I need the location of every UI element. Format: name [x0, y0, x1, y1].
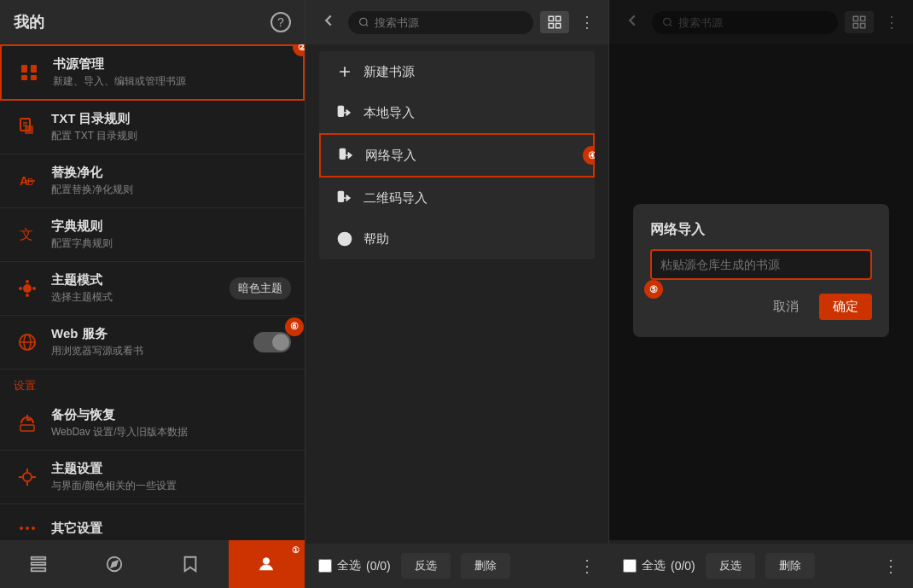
menu-item-web[interactable]: Web 服务 用浏览器写源或看书 [0, 316, 305, 370]
replace-main: 替换净化 [51, 165, 133, 181]
svg-text:B: B [27, 177, 33, 187]
middle-icon-group[interactable] [540, 11, 569, 33]
middle-back-btn[interactable] [316, 8, 341, 38]
nav-discover[interactable] [76, 540, 152, 588]
svg-point-14 [26, 294, 29, 297]
svg-rect-47 [339, 192, 344, 202]
dialog-actions: 取消 确定 ⑥ [650, 294, 872, 320]
dict-main: 字典规则 [51, 218, 113, 235]
new-source-item[interactable]: 新建书源 [319, 51, 595, 92]
middle-footer-more[interactable]: ⋮ [579, 556, 596, 576]
local-import-item[interactable]: 本地导入 [319, 92, 595, 133]
svg-text:?: ? [343, 234, 348, 244]
right-count: (0/0) [671, 559, 695, 573]
right-footer-more[interactable]: ⋮ [882, 556, 899, 576]
nav-badge-1: ① [288, 542, 303, 557]
dropdown-menu: 新建书源 本地导入 网络导入 ④ 二维码导入 ? 帮助 [319, 51, 595, 259]
theme-mode-sub: 选择主题模式 [51, 290, 113, 305]
theme-settings-sub: 与界面/颜色相关的一些设置 [51, 479, 177, 493]
right-select-all-checkbox[interactable] [623, 559, 637, 573]
txt-text: TXT 目录规则 配置 TXT 目录规则 [51, 111, 137, 143]
svg-rect-2 [21, 75, 27, 80]
middle-delete-btn[interactable]: 删除 [461, 553, 510, 579]
dict-text: 字典规则 配置字典规则 [51, 218, 113, 251]
svg-rect-39 [549, 24, 553, 28]
backup-icon [14, 410, 41, 437]
help-icon[interactable]: ? [270, 12, 291, 32]
menu-item-theme-mode[interactable]: 主题模式 选择主题模式 暗色主题 [0, 262, 305, 316]
svg-point-28 [32, 527, 35, 530]
book-source-icon [15, 59, 43, 86]
qr-import-label: 二维码导入 [363, 190, 427, 207]
backup-text: 备份与恢复 WebDav 设置/导入旧版本数据 [51, 407, 188, 440]
txt-icon [14, 114, 41, 141]
dict-sub: 配置字典规则 [51, 236, 113, 251]
middle-topbar: ⋮ [305, 0, 608, 44]
svg-point-26 [20, 527, 23, 530]
menu-item-theme-settings[interactable]: 主题设置 与界面/颜色相关的一些设置 [0, 451, 305, 504]
middle-search-bar[interactable] [348, 11, 533, 34]
menu-item-dict[interactable]: 文 字典规则 配置字典规则 [0, 208, 305, 262]
badge-2: ② [293, 44, 305, 56]
left-title: 我的 [14, 12, 44, 32]
svg-rect-43 [339, 107, 344, 117]
other-icon [14, 515, 41, 542]
theme-mode-badge: 暗色主题 [230, 277, 291, 300]
middle-search-input[interactable] [375, 16, 523, 29]
new-source-label: 新建书源 [363, 64, 415, 80]
svg-rect-31 [31, 568, 45, 572]
network-import-dialog: 网络导入 取消 确定 ⑥ [633, 204, 889, 337]
backup-main: 备份与恢复 [51, 407, 188, 423]
theme-mode-main: 主题模式 [51, 272, 113, 288]
nav-shelf[interactable] [0, 540, 76, 588]
nav-bookmark[interactable] [153, 540, 229, 588]
menu-item-book-source[interactable]: 书源管理 新建、导入、编辑或管理书源 ② [0, 44, 305, 101]
settings-label: 设置 [0, 370, 305, 397]
svg-rect-40 [556, 24, 561, 28]
right-select-all-text: 全选 [642, 558, 666, 573]
dialog-title: 网络导入 [650, 221, 872, 239]
replace-text: 替换净化 配置替换净化规则 [51, 165, 133, 197]
help-item[interactable]: ? 帮助 [319, 218, 595, 259]
menu-item-txt[interactable]: TXT 目录规则 配置 TXT 目录规则 [0, 101, 305, 154]
middle-reverse-btn[interactable]: 反选 [401, 553, 451, 579]
book-source-sub: 新建、导入、编辑或管理书源 [53, 74, 186, 89]
left-content: 书源管理 新建、导入、编辑或管理书源 ② TXT 目录规则 配置 TXT 目录规… [0, 44, 305, 588]
theme-mode-icon [14, 275, 41, 302]
badge-5: ⑤ [644, 280, 663, 299]
right-reverse-btn[interactable]: 反选 [706, 553, 755, 579]
svg-rect-7 [25, 125, 33, 134]
network-import-item[interactable]: 网络导入 ④ [319, 133, 595, 178]
menu-item-replace[interactable]: AB 替换净化 配置替换净化规则 [0, 154, 305, 208]
replace-icon: AB [14, 167, 41, 195]
svg-point-12 [23, 284, 32, 293]
badge-4: ④ [583, 146, 595, 165]
web-toggle[interactable] [253, 332, 291, 352]
svg-rect-30 [31, 562, 45, 565]
svg-point-16 [32, 287, 36, 290]
menu-item-backup[interactable]: 备份与恢复 WebDav 设置/导入旧版本数据 [0, 397, 305, 451]
help-label: 帮助 [363, 231, 389, 247]
other-main: 其它设置 [51, 521, 102, 537]
svg-line-36 [366, 24, 368, 26]
web-main: Web 服务 [51, 326, 143, 342]
right-select-all-label[interactable]: 全选 (0/0) [623, 558, 695, 573]
dialog-input[interactable] [650, 249, 872, 280]
qr-import-item[interactable]: 二维码导入 [319, 178, 595, 218]
svg-point-34 [264, 558, 270, 564]
dialog-confirm-btn[interactable]: 确定 [819, 294, 872, 320]
theme-settings-main: 主题设置 [51, 461, 177, 477]
web-text: Web 服务 用浏览器写源或看书 [51, 326, 143, 358]
dialog-cancel-btn[interactable]: 取消 [763, 294, 809, 320]
svg-rect-29 [31, 557, 45, 560]
middle-more-btn[interactable]: ⋮ [576, 9, 598, 35]
nav-profile[interactable]: ① [229, 540, 305, 588]
middle-select-all-checkbox[interactable] [318, 559, 332, 573]
middle-select-all-label[interactable]: 全选 (0/0) [318, 558, 391, 573]
right-delete-btn[interactable]: 删除 [765, 553, 815, 579]
theme-mode-text: 主题模式 选择主题模式 [51, 272, 113, 305]
theme-settings-text: 主题设置 与界面/颜色相关的一些设置 [51, 461, 177, 493]
left-topbar: 我的 ? [0, 0, 305, 44]
middle-count: (0/0) [366, 559, 391, 573]
left-bottom-nav: ① [0, 540, 305, 588]
